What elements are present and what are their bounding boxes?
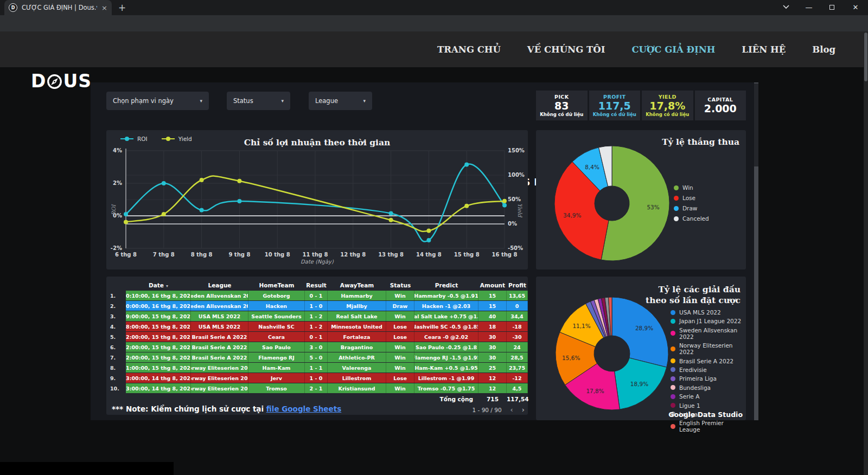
legend-label: English Premier Leauge <box>679 420 746 433</box>
site-logo[interactable]: DUS <box>31 70 92 92</box>
winlose-pie-chart[interactable]: 53%34,9%8,4% <box>536 130 746 269</box>
x-axis-tick: 12 thg 8 <box>337 252 369 258</box>
table-row-3: 3.09:00:00, 15 thg 8, 2022USA MLS 2022Se… <box>106 311 528 321</box>
legend-label: Norway Eliteserien 2022 <box>679 342 746 355</box>
cell-home: Goteborg <box>248 291 305 300</box>
x-axis-tick: 10 thg 8 <box>261 252 293 258</box>
cell-league: Brasil Serie A 2022 <box>191 332 248 342</box>
pie-legend-item[interactable]: Canceled <box>674 215 709 222</box>
cell-result: 3 - 0 <box>305 342 328 352</box>
screen: D CƯỢC GIẢ ĐỊNH | Dous.vip × + — ✕ ← → ↻… <box>0 0 868 475</box>
legend-dot <box>674 216 679 221</box>
table-row-1: 1.00:10:00, 16 thg 8, 2022Sweden Allsven… <box>106 291 528 300</box>
cell-result: 2 - 1 <box>305 383 328 393</box>
cell-profit: -18 <box>507 322 528 331</box>
column-header-AwayTeam[interactable]: AwayTeam <box>328 282 386 288</box>
x-axis-tick: 11 thg 8 <box>299 252 331 258</box>
minimize-button[interactable]: — <box>801 0 817 14</box>
column-header-Predict[interactable]: Predict <box>414 282 478 288</box>
pie-slice-pct-label: 28,9% <box>635 325 653 331</box>
cell-predict: Tromso -0.75 @1.75 <box>414 383 478 393</box>
filter-label-1: Status <box>233 97 253 105</box>
scorecard-label: PROFIT <box>603 94 626 100</box>
filter-2[interactable]: League▾ <box>309 92 372 110</box>
close-button[interactable]: ✕ <box>847 0 864 14</box>
nav-item-1[interactable]: VỀ CHÚNG TÔI <box>527 44 605 55</box>
pie-legend-item[interactable]: Japan J1 League 2022 <box>671 318 746 324</box>
cell-predict: Lillestrom -1 @1.99 <box>414 373 478 383</box>
cell-home: Hacken <box>248 301 305 311</box>
pie-legend-item[interactable]: English Premier Leauge <box>671 420 746 433</box>
pie-legend-item[interactable]: Bundesliga <box>671 384 746 391</box>
nav-item-3[interactable]: LIÊN HỆ <box>742 44 786 55</box>
pie-legend-item[interactable]: USA MLS 2022 <box>671 309 746 316</box>
column-header-HomeTeam[interactable]: HomeTeam <box>248 282 305 288</box>
cell-date: 00:10:00, 16 thg 8, 2022 <box>126 291 191 300</box>
pie-legend-item[interactable]: Lose <box>674 195 709 201</box>
cell-result: 0 - 1 <box>305 332 328 342</box>
page-scrollbar[interactable] <box>864 31 868 475</box>
cell-league: Norway Eliteserien 2022 <box>191 373 248 383</box>
filter-0[interactable]: Chọn phạm vi ngày▾ <box>106 92 209 110</box>
compass-icon <box>47 74 62 89</box>
nav-item-4[interactable]: Blog <box>812 44 835 55</box>
scorecard-value: 17,8% <box>649 100 685 111</box>
dashboard-scrollbar-thumb[interactable] <box>754 84 758 166</box>
line-chart-panel: Chỉ số lợi nhuận theo thời gian ROIYield… <box>106 130 528 269</box>
tab-search-icon[interactable] <box>778 0 794 14</box>
cell-home: Seattle Sounders <box>248 311 305 321</box>
browser-tab-strip: D CƯỢC GIẢ ĐỊNH | Dous.vip × + — ✕ <box>0 0 868 15</box>
pie-slice-pct-label: 11,1% <box>572 323 590 329</box>
column-header-Status[interactable]: Status <box>386 282 414 288</box>
cell-predict: Hammarby -0.5 @1.91 <box>414 291 478 300</box>
pie-legend-item[interactable]: Win <box>674 184 709 191</box>
pie-legend-item[interactable]: Ligue 1 <box>671 402 746 409</box>
column-header-Profit[interactable]: Profit <box>507 282 528 288</box>
line-chart[interactable] <box>106 130 528 269</box>
next-page-icon[interactable]: › <box>522 406 525 414</box>
legend-dot <box>671 310 675 315</box>
table-rows: 1.00:10:00, 16 thg 8, 2022Sweden Allsven… <box>106 291 528 394</box>
nav-item-0[interactable]: TRANG CHỦ <box>437 44 501 55</box>
pie-legend-item[interactable]: Primeira Liga <box>671 375 746 382</box>
pie-legend-item[interactable]: Eredivisie <box>671 367 746 373</box>
nav-item-2[interactable]: CƯỢC GIẢ ĐỊNH <box>631 44 715 55</box>
cell-amount: 30 <box>478 342 507 352</box>
pie-legend-item[interactable]: Brasil Serie A 2022 <box>671 358 746 364</box>
dashboard-scrollbar[interactable] <box>754 82 758 420</box>
column-header-Date[interactable]: Date▾ <box>126 282 191 288</box>
pie-legend-item[interactable]: Sweden Allsvenskan 2022 <box>671 327 746 340</box>
prev-page-icon[interactable]: ‹ <box>510 406 513 414</box>
legend-label: Sweden Allsvenskan 2022 <box>679 327 746 340</box>
right-axis-label: Yield <box>517 203 523 217</box>
logo-letter-d: D <box>31 70 46 92</box>
table-total-row: Tổng cộng 715 117,54 <box>106 394 528 403</box>
filter-1[interactable]: Status▾ <box>227 92 290 110</box>
column-header-League[interactable]: League <box>191 282 248 288</box>
cell-home: Nashville SC <box>248 322 305 331</box>
cell-n: 2. <box>106 301 126 311</box>
column-header-Result[interactable]: Result <box>305 282 328 288</box>
google-sheets-link[interactable]: file Google Sheets <box>266 405 341 413</box>
pie-legend-item[interactable]: Norway Eliteserien 2022 <box>671 342 746 355</box>
browser-tab[interactable]: D CƯỢC GIẢ ĐỊNH | Dous.vip × <box>4 0 112 15</box>
legend-dot <box>671 424 675 429</box>
column-header-label: Date <box>149 282 164 288</box>
chevron-down-icon: ▾ <box>363 98 366 104</box>
restore-button[interactable] <box>824 0 840 14</box>
new-tab-button[interactable]: + <box>116 2 128 14</box>
cell-profit: 0 <box>507 301 528 311</box>
pie-slice-usa-mls-2022[interactable] <box>612 297 668 367</box>
column-header-Amount[interactable]: Amount <box>478 282 507 288</box>
right-axis-tick: -50% <box>508 245 523 251</box>
page-scrollbar-thumb[interactable] <box>864 33 867 81</box>
tab-close-icon[interactable]: × <box>101 4 107 11</box>
legend-label: Draw <box>682 205 697 211</box>
cell-away: Lillestrom <box>328 373 386 383</box>
cell-status: Win <box>386 363 414 373</box>
pie-slice-pct-label: 18,9% <box>630 381 648 387</box>
cell-profit: 34,4 <box>507 311 528 321</box>
cell-result: 1 - 2 <box>305 322 328 331</box>
pie-legend-item[interactable]: Serie A <box>671 393 746 400</box>
pie-legend-item[interactable]: Draw <box>674 205 709 211</box>
